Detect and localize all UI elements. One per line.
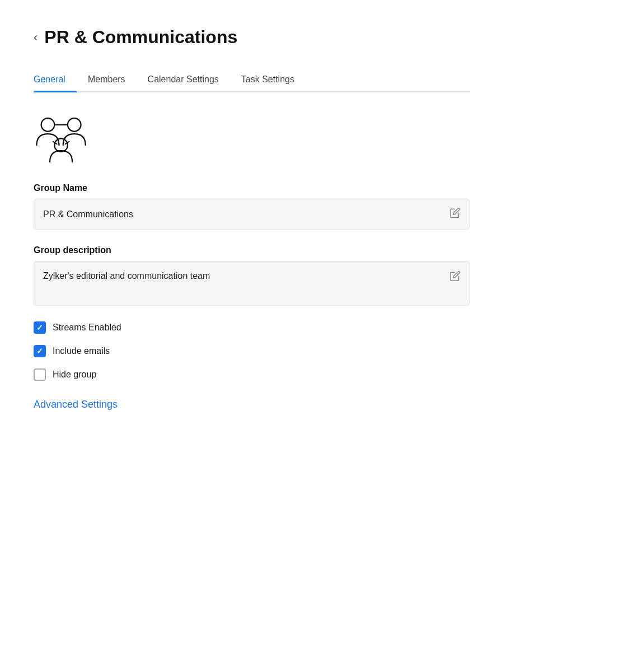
checkbox-streams-enabled[interactable]: ✓ Streams Enabled bbox=[34, 321, 470, 334]
checkbox-hide-group-box[interactable] bbox=[34, 368, 46, 381]
page-header: ‹ PR & Communications bbox=[34, 27, 470, 48]
checkbox-streams-enabled-box[interactable]: ✓ bbox=[34, 321, 46, 334]
tab-general[interactable]: General bbox=[34, 68, 77, 91]
group-name-edit-icon[interactable] bbox=[449, 207, 461, 221]
checkbox-include-emails-box[interactable]: ✓ bbox=[34, 345, 46, 357]
group-description-section: Group description Zylker's editorial and… bbox=[34, 245, 470, 306]
group-name-label: Group Name bbox=[34, 183, 470, 193]
group-name-section: Group Name PR & Communications bbox=[34, 183, 470, 230]
group-name-field[interactable]: PR & Communications bbox=[34, 199, 470, 230]
page-container: ‹ PR & Communications General Members Ca… bbox=[0, 0, 504, 437]
back-button[interactable]: ‹ bbox=[34, 31, 37, 44]
checkbox-include-emails[interactable]: ✓ Include emails bbox=[34, 345, 470, 357]
tab-calendar-settings[interactable]: Calendar Settings bbox=[137, 68, 230, 91]
group-description-label: Group description bbox=[34, 245, 470, 255]
checkmark-emails: ✓ bbox=[36, 347, 43, 355]
group-description-value: Zylker's editorial and communication tea… bbox=[43, 269, 449, 283]
checkbox-hide-group-label: Hide group bbox=[53, 370, 96, 380]
tabs-nav: General Members Calendar Settings Task S… bbox=[34, 68, 470, 92]
checkbox-section: ✓ Streams Enabled ✓ Include emails Hide … bbox=[34, 321, 470, 381]
tab-task-settings[interactable]: Task Settings bbox=[230, 68, 306, 91]
group-icon bbox=[34, 113, 90, 163]
page-title: PR & Communications bbox=[44, 27, 237, 48]
checkbox-include-emails-label: Include emails bbox=[53, 346, 110, 356]
group-description-edit-icon[interactable] bbox=[449, 270, 461, 284]
group-name-value: PR & Communications bbox=[43, 209, 449, 220]
checkbox-streams-enabled-label: Streams Enabled bbox=[53, 323, 121, 333]
svg-point-3 bbox=[54, 138, 68, 152]
tab-members[interactable]: Members bbox=[77, 68, 137, 91]
group-description-field[interactable]: Zylker's editorial and communication tea… bbox=[34, 261, 470, 306]
svg-point-0 bbox=[41, 118, 55, 132]
advanced-settings-link[interactable]: Advanced Settings bbox=[34, 399, 470, 410]
checkmark-streams: ✓ bbox=[36, 324, 43, 332]
group-icon-area bbox=[34, 113, 470, 165]
svg-point-1 bbox=[68, 118, 81, 132]
checkbox-hide-group[interactable]: Hide group bbox=[34, 368, 470, 381]
